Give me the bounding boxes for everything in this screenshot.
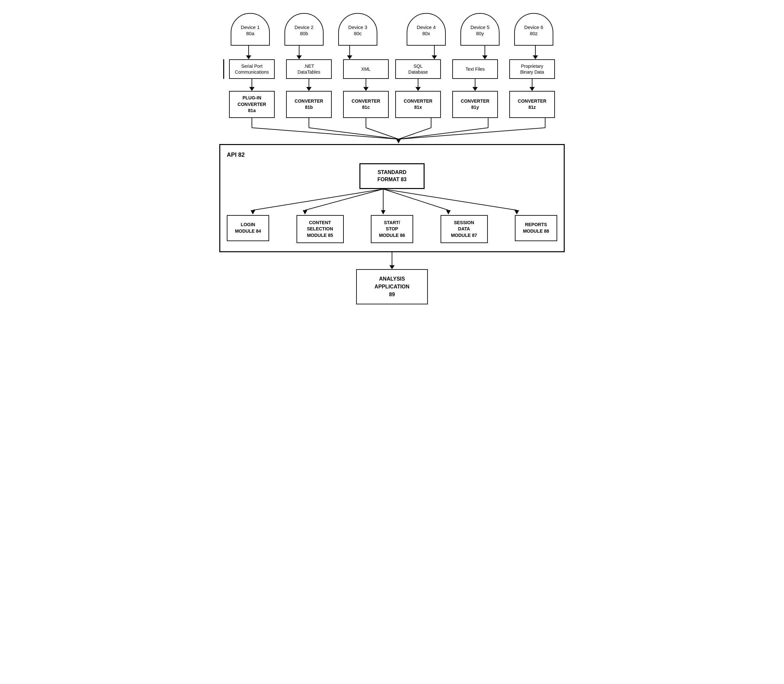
converter-81x: CONVERTER81x xyxy=(395,91,441,118)
device-1-shape: Device 1 80a xyxy=(231,13,270,46)
right-dt-arrows xyxy=(395,79,555,91)
diagram: Device 1 80a Device 2 80b Device 3 80c D… xyxy=(213,6,571,311)
arrowhead-dev4 xyxy=(432,55,437,59)
line-dev6 xyxy=(535,46,536,55)
api-analysis-arrowhead xyxy=(389,265,395,269)
arrow-dt2 xyxy=(286,79,332,91)
device-3: Device 3 80c xyxy=(337,13,379,46)
device-4: Device 4 80x xyxy=(405,13,447,46)
arrowhead-dev5 xyxy=(482,55,487,59)
converter-81z: CONVERTER81z xyxy=(509,91,555,118)
arrow-dev1 xyxy=(229,46,268,59)
left-device-group: Device 1 80a Device 2 80b Device 3 80c xyxy=(229,13,379,46)
ah-dt2 xyxy=(306,87,311,91)
data-type-sql-label: SQLDatabase xyxy=(408,63,428,75)
line-dev1 xyxy=(248,46,249,55)
converter-81z-label: CONVERTER81z xyxy=(518,98,547,111)
device-2-label: Device 2 80b xyxy=(295,24,313,37)
converter-81a-label: PLUG-INCONVERTER 81a xyxy=(234,95,270,114)
data-type-binary: ProprietaryBinary Data xyxy=(509,59,555,79)
ah-dt3 xyxy=(363,87,369,91)
device-6-label: Device 6 80z xyxy=(524,24,543,37)
data-type-sql: SQLDatabase xyxy=(395,59,441,79)
arrow-dt4 xyxy=(395,79,441,91)
converter-81a: PLUG-INCONVERTER 81a xyxy=(229,91,275,118)
api-to-analysis-arrow xyxy=(219,252,565,269)
device-3-shape: Device 3 80c xyxy=(338,13,377,46)
analysis-row: ANALYSISAPPLICATION89 xyxy=(219,269,565,304)
svg-marker-18 xyxy=(381,210,386,215)
bracket-line xyxy=(223,59,224,79)
analysis-label: ANALYSISAPPLICATION89 xyxy=(374,275,409,298)
arrow-dev5 xyxy=(465,46,505,59)
svg-line-13 xyxy=(253,189,383,210)
svg-line-1 xyxy=(252,128,398,139)
svg-marker-22 xyxy=(515,210,519,215)
device-6: Device 6 80z xyxy=(513,13,555,46)
converging-svg xyxy=(219,118,565,144)
arrow-dt5 xyxy=(452,79,498,91)
svg-line-7 xyxy=(398,128,431,139)
converging-arrows-area xyxy=(219,118,565,144)
module-session-label: SESSIONDATAMODULE 87 xyxy=(451,219,477,239)
device-1-label: Device 1 80a xyxy=(241,24,260,37)
device-5-shape: Device 5 80y xyxy=(460,13,500,46)
data-type-serial: Serial PortCommunications xyxy=(229,59,275,79)
device-3-label: Device 3 80c xyxy=(348,24,367,37)
line-dev3 xyxy=(349,46,350,55)
line-dt3 xyxy=(366,79,366,87)
converter-81b: CONVERTER81b xyxy=(286,91,332,118)
analysis-box: ANALYSISAPPLICATION89 xyxy=(356,269,428,304)
standard-format-row: STANDARDFORMAT 83 xyxy=(227,163,557,189)
data-type-xml: XML xyxy=(343,59,389,79)
data-type-net-label: .NETDataTables xyxy=(297,63,320,75)
device-4-label: Device 4 80x xyxy=(417,24,436,37)
module-login-label: LOGINMODULE 84 xyxy=(235,222,261,234)
modules-row: LOGINMODULE 84 CONTENTSELECTIONMODULE 85… xyxy=(227,215,557,244)
data-type-text: Text Files xyxy=(452,59,498,79)
svg-marker-16 xyxy=(303,210,307,215)
device-arrows-row xyxy=(219,46,565,59)
svg-marker-14 xyxy=(250,210,255,215)
right-data-types: SQLDatabase Text Files ProprietaryBinary… xyxy=(395,59,555,79)
device-4-shape: Device 4 80x xyxy=(407,13,446,46)
arrow-dev3 xyxy=(330,46,369,59)
arrow-dev6 xyxy=(516,46,555,59)
left-device-arrows xyxy=(229,46,369,59)
right-device-arrows xyxy=(415,46,555,59)
device-6-shape: Device 6 80z xyxy=(514,13,553,46)
arrowhead-dev3 xyxy=(347,55,352,59)
module-start-stop-label: START/STOPMODULE 86 xyxy=(379,219,405,239)
line-dev5 xyxy=(484,46,485,55)
standard-format-label: STANDARDFORMAT 83 xyxy=(377,169,407,184)
line-dev4 xyxy=(434,46,435,55)
device-2: Device 2 80b xyxy=(283,13,325,46)
converter-row: PLUG-INCONVERTER 81a CONVERTER81b CONVER… xyxy=(219,91,565,118)
device-2-shape: Device 2 80b xyxy=(284,13,324,46)
converter-81y: CONVERTER81y xyxy=(452,91,498,118)
data-type-xml-label: XML xyxy=(361,66,371,72)
device-1: Device 1 80a xyxy=(229,13,271,46)
arrow-dev2 xyxy=(279,46,319,59)
module-start-stop: START/STOPMODULE 86 xyxy=(371,215,413,244)
svg-line-21 xyxy=(383,189,517,210)
device-5: Device 5 80y xyxy=(459,13,501,46)
module-reports-label: REPORTSMODULE 88 xyxy=(523,222,549,234)
module-login: LOGINMODULE 84 xyxy=(227,215,269,241)
arrowhead-dev6 xyxy=(533,55,538,59)
converter-81x-label: CONVERTER81x xyxy=(404,98,432,111)
converter-81y-label: CONVERTER81y xyxy=(461,98,489,111)
module-session: SESSIONDATAMODULE 87 xyxy=(440,215,488,244)
arrow-dt6 xyxy=(509,79,555,91)
converter-81b-label: CONVERTER81b xyxy=(295,98,323,111)
line-dev2 xyxy=(299,46,300,55)
left-converters: PLUG-INCONVERTER 81a CONVERTER81b CONVER… xyxy=(229,91,389,118)
ah-dt1 xyxy=(249,87,255,91)
right-converters: CONVERTER81x CONVERTER81y CONVERTER81z xyxy=(395,91,555,118)
svg-line-11 xyxy=(398,128,545,139)
right-device-group: Device 4 80x Device 5 80y Device 6 80z xyxy=(405,13,555,46)
data-type-binary-label: ProprietaryBinary Data xyxy=(520,63,544,75)
line-dt4 xyxy=(418,79,418,87)
module-content-label: CONTENTSELECTIONMODULE 85 xyxy=(307,219,333,239)
svg-marker-12 xyxy=(396,139,401,144)
